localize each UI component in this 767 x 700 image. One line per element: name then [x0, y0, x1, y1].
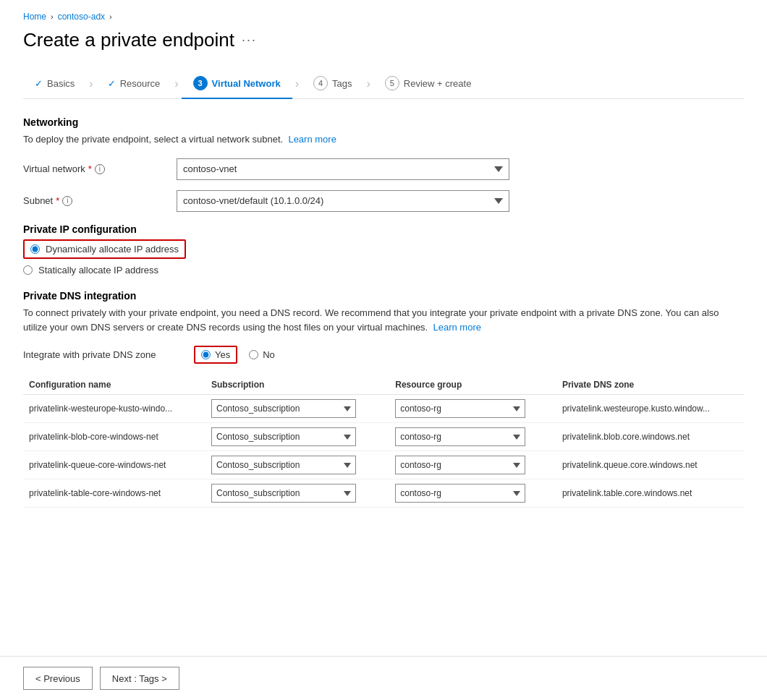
virtual-network-select[interactable]: contoso-vnet	[177, 158, 509, 180]
breadcrumb: Home › contoso-adx ›	[23, 12, 744, 22]
dns-resource-group-cell[interactable]: contoso-rg	[389, 451, 556, 479]
dns-zone-cell: privatelink.westeurope.kusto.window...	[556, 395, 744, 423]
tab-virtual-network[interactable]: 3 Virtual Network	[182, 69, 292, 99]
subnet-select[interactable]: contoso-vnet/default (10.1.0.0/24)	[177, 190, 509, 212]
tab-virtual-network-label: Virtual Network	[212, 78, 281, 89]
dns-subscription-select[interactable]: Contoso_subscription	[211, 484, 356, 503]
table-header-subscription: Subscription	[205, 375, 389, 395]
breadcrumb-home[interactable]: Home	[23, 12, 46, 22]
dns-yes-label: Yes	[215, 349, 230, 360]
tab-resource[interactable]: ✓ Resource	[96, 71, 172, 98]
page-title: Create a private endpoint	[23, 29, 234, 51]
dns-resource-group-select[interactable]: contoso-rg	[395, 399, 525, 418]
dns-resource-group-cell[interactable]: contoso-rg	[389, 479, 556, 508]
ip-static-option[interactable]: Statically allocate IP address	[23, 265, 744, 276]
page-title-ellipsis[interactable]: ···	[242, 33, 257, 48]
dns-zone-cell: privatelink.blob.core.windows.net	[556, 423, 744, 451]
wizard-tabs: ✓ Basics › ✓ Resource › 3 Virtual Networ…	[23, 69, 744, 99]
ip-config-section: Private IP configuration Dynamically all…	[23, 223, 744, 276]
dns-table: Configuration name Subscription Resource…	[23, 375, 744, 508]
dns-resource-group-select[interactable]: contoso-rg	[395, 456, 525, 474]
dns-no-option[interactable]: No	[249, 349, 275, 360]
dns-subscription-cell[interactable]: Contoso_subscription	[205, 451, 389, 479]
tab-tags-label: Tags	[332, 78, 352, 89]
dns-yes-option[interactable]: Yes	[194, 346, 237, 364]
next-button[interactable]: Next : Tags >	[100, 667, 179, 690]
tab-basics-check-icon: ✓	[35, 78, 43, 89]
tab-tags-number: 4	[313, 76, 328, 90]
dns-no-radio[interactable]	[249, 350, 258, 359]
tab-resource-label: Resource	[120, 78, 161, 89]
ip-static-radio[interactable]	[23, 265, 33, 275]
table-header-dns-zone: Private DNS zone	[556, 375, 744, 395]
ip-dynamic-option[interactable]: Dynamically allocate IP address	[23, 239, 744, 259]
ip-config-title: Private IP configuration	[23, 223, 744, 235]
networking-section: Networking To deploy the private endpoin…	[23, 116, 744, 212]
tab-review-label: Review + create	[404, 78, 472, 89]
subnet-info-icon[interactable]: i	[62, 196, 72, 206]
tab-review-number: 5	[385, 76, 399, 90]
dns-description: To connect privately with your private e…	[23, 306, 744, 336]
dns-config-name: privatelink-queue-core-windows-net	[23, 451, 205, 479]
ip-dynamic-label: Dynamically allocate IP address	[46, 244, 179, 255]
previous-button[interactable]: < Previous	[23, 667, 93, 690]
ip-dynamic-radio[interactable]	[30, 244, 40, 254]
tab-tags[interactable]: 4 Tags	[302, 69, 363, 99]
dns-radio-group: Yes No	[194, 346, 275, 364]
page-title-container: Create a private endpoint ···	[23, 29, 744, 51]
ip-config-radio-group: Dynamically allocate IP address Statical…	[23, 239, 744, 276]
footer: < Previous Next : Tags >	[0, 656, 767, 700]
dns-resource-group-cell[interactable]: contoso-rg	[389, 395, 556, 423]
breadcrumb-contoso[interactable]: contoso-adx	[58, 12, 105, 22]
table-row: privatelink-blob-core-windows-netContoso…	[23, 423, 744, 451]
dns-title: Private DNS integration	[23, 290, 744, 302]
table-header-config: Configuration name	[23, 375, 205, 395]
subnet-row: Subnet * i contoso-vnet/default (10.1.0.…	[23, 190, 744, 212]
tab-resource-check-icon: ✓	[108, 78, 116, 89]
tab-basics-label: Basics	[47, 78, 75, 89]
dns-resource-group-select[interactable]: contoso-rg	[395, 484, 525, 503]
tab-virtual-network-number: 3	[193, 76, 208, 90]
dns-config-name: privatelink-westeurope-kusto-windo...	[23, 395, 205, 423]
tab-review-create[interactable]: 5 Review + create	[373, 69, 483, 99]
dns-learn-more-link[interactable]: Learn more	[433, 322, 480, 333]
dns-resource-group-cell[interactable]: contoso-rg	[389, 423, 556, 451]
dns-zone-cell: privatelink.queue.core.windows.net	[556, 451, 744, 479]
table-header-resource-group: Resource group	[389, 375, 556, 395]
dns-subscription-cell[interactable]: Contoso_subscription	[205, 395, 389, 423]
table-row: privatelink-table-core-windows-netContos…	[23, 479, 744, 508]
dns-yes-radio[interactable]	[201, 350, 211, 359]
dns-subscription-select[interactable]: Contoso_subscription	[211, 456, 356, 474]
dns-subscription-cell[interactable]: Contoso_subscription	[205, 423, 389, 451]
dns-subscription-select[interactable]: Contoso_subscription	[211, 427, 356, 446]
virtual-network-label: Virtual network * i	[23, 163, 168, 174]
subnet-label: Subnet * i	[23, 195, 168, 206]
networking-learn-more-link[interactable]: Learn more	[288, 134, 336, 145]
dns-integrate-label: Integrate with private DNS zone	[23, 349, 182, 360]
virtual-network-info-icon[interactable]: i	[95, 164, 105, 174]
dns-subscription-select[interactable]: Contoso_subscription	[211, 399, 356, 418]
networking-description: To deploy the private endpoint, select a…	[23, 132, 744, 147]
virtual-network-row: Virtual network * i contoso-vnet	[23, 158, 744, 180]
networking-title: Networking	[23, 116, 744, 128]
dns-zone-cell: privatelink.table.core.windows.net	[556, 479, 744, 508]
ip-static-label: Statically allocate IP address	[38, 265, 158, 276]
dns-resource-group-select[interactable]: contoso-rg	[395, 427, 525, 446]
tab-basics[interactable]: ✓ Basics	[23, 71, 86, 98]
table-row: privatelink-westeurope-kusto-windo...Con…	[23, 395, 744, 423]
dns-no-label: No	[263, 349, 275, 360]
dns-subscription-cell[interactable]: Contoso_subscription	[205, 479, 389, 508]
dns-config-name: privatelink-blob-core-windows-net	[23, 423, 205, 451]
dns-integrate-row: Integrate with private DNS zone Yes No	[23, 346, 744, 364]
dns-section: Private DNS integration To connect priva…	[23, 290, 744, 508]
dns-config-name: privatelink-table-core-windows-net	[23, 479, 205, 508]
table-row: privatelink-queue-core-windows-netContos…	[23, 451, 744, 479]
